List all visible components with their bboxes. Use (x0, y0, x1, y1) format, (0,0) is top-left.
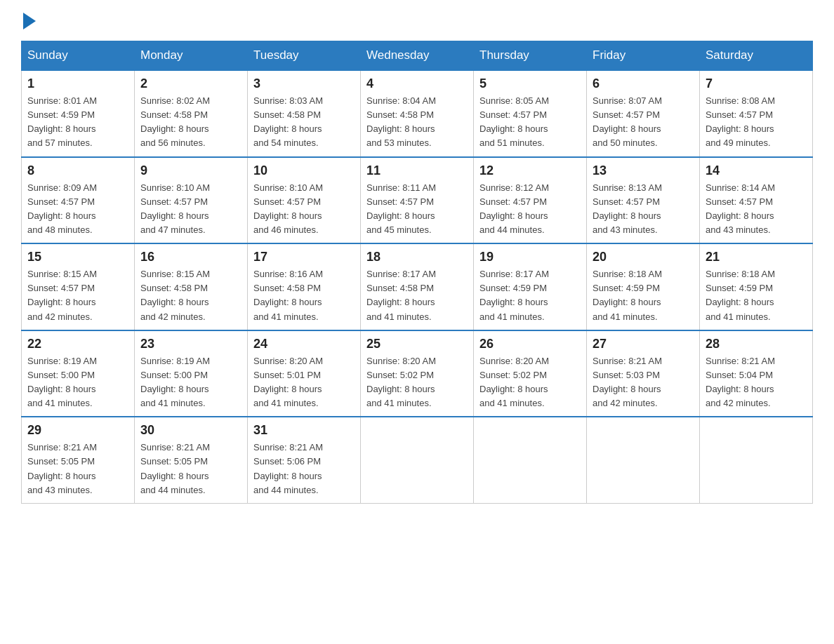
day-number: 3 (253, 76, 355, 91)
day-info: Sunrise: 8:10 AMSunset: 4:57 PMDaylight:… (140, 181, 241, 238)
calendar-cell: 13Sunrise: 8:13 AMSunset: 4:57 PMDayligh… (587, 157, 700, 244)
day-info: Sunrise: 8:13 AMSunset: 4:57 PMDaylight:… (593, 181, 694, 238)
day-info: Sunrise: 8:07 AMSunset: 4:57 PMDaylight:… (593, 94, 694, 151)
calendar-cell: 30Sunrise: 8:21 AMSunset: 5:05 PMDayligh… (135, 417, 248, 503)
day-number: 23 (140, 337, 241, 351)
week-row-5: 29Sunrise: 8:21 AMSunset: 5:05 PMDayligh… (22, 417, 813, 503)
day-info: Sunrise: 8:19 AMSunset: 5:00 PMDaylight:… (27, 354, 128, 411)
day-number: 22 (27, 337, 128, 351)
col-friday: Friday (587, 41, 700, 71)
calendar-cell: 18Sunrise: 8:17 AMSunset: 4:58 PMDayligh… (361, 243, 474, 330)
day-number: 16 (140, 250, 241, 264)
day-info: Sunrise: 8:21 AMSunset: 5:05 PMDaylight:… (27, 441, 128, 497)
day-info: Sunrise: 8:14 AMSunset: 4:57 PMDaylight:… (706, 181, 807, 238)
day-info: Sunrise: 8:12 AMSunset: 4:57 PMDaylight:… (479, 181, 581, 238)
col-wednesday: Wednesday (361, 41, 474, 71)
logo-arrow-icon (23, 13, 36, 29)
day-info: Sunrise: 8:21 AMSunset: 5:05 PMDaylight:… (140, 441, 241, 497)
calendar-cell: 14Sunrise: 8:14 AMSunset: 4:57 PMDayligh… (700, 157, 813, 244)
calendar-cell: 9Sunrise: 8:10 AMSunset: 4:57 PMDaylight… (135, 157, 248, 244)
day-number: 21 (706, 250, 807, 264)
day-info: Sunrise: 8:15 AMSunset: 4:57 PMDaylight:… (27, 267, 128, 324)
day-info: Sunrise: 8:17 AMSunset: 4:58 PMDaylight:… (366, 267, 468, 324)
day-number: 5 (479, 76, 581, 91)
col-monday: Monday (135, 41, 248, 71)
calendar-cell: 15Sunrise: 8:15 AMSunset: 4:57 PMDayligh… (22, 243, 135, 330)
day-number: 28 (706, 337, 807, 351)
calendar-cell: 29Sunrise: 8:21 AMSunset: 5:05 PMDayligh… (22, 417, 135, 503)
calendar-cell: 22Sunrise: 8:19 AMSunset: 5:00 PMDayligh… (22, 330, 135, 417)
day-info: Sunrise: 8:02 AMSunset: 4:58 PMDaylight:… (140, 94, 241, 151)
col-tuesday: Tuesday (248, 41, 361, 71)
calendar-cell: 31Sunrise: 8:21 AMSunset: 5:06 PMDayligh… (248, 417, 361, 503)
day-number: 14 (706, 163, 807, 178)
calendar-cell: 25Sunrise: 8:20 AMSunset: 5:02 PMDayligh… (361, 330, 474, 417)
day-number: 15 (27, 250, 128, 264)
page-header (21, 14, 813, 27)
day-info: Sunrise: 8:18 AMSunset: 4:59 PMDaylight:… (593, 267, 694, 324)
calendar-cell (361, 417, 474, 503)
calendar-cell: 16Sunrise: 8:15 AMSunset: 4:58 PMDayligh… (135, 243, 248, 330)
day-number: 2 (140, 76, 241, 91)
calendar-cell: 23Sunrise: 8:19 AMSunset: 5:00 PMDayligh… (135, 330, 248, 417)
day-number: 7 (706, 76, 807, 91)
day-number: 26 (479, 337, 581, 351)
calendar-cell: 19Sunrise: 8:17 AMSunset: 4:59 PMDayligh… (474, 243, 587, 330)
day-info: Sunrise: 8:19 AMSunset: 5:00 PMDaylight:… (140, 354, 241, 411)
calendar-cell: 7Sunrise: 8:08 AMSunset: 4:57 PMDaylight… (700, 70, 813, 157)
day-info: Sunrise: 8:20 AMSunset: 5:02 PMDaylight:… (479, 354, 581, 411)
calendar-cell: 4Sunrise: 8:04 AMSunset: 4:58 PMDaylight… (361, 70, 474, 157)
day-number: 19 (479, 250, 581, 264)
calendar-cell: 27Sunrise: 8:21 AMSunset: 5:03 PMDayligh… (587, 330, 700, 417)
logo (21, 14, 36, 27)
week-row-1: 1Sunrise: 8:01 AMSunset: 4:59 PMDaylight… (22, 70, 813, 157)
day-number: 18 (366, 250, 468, 264)
day-info: Sunrise: 8:04 AMSunset: 4:58 PMDaylight:… (366, 94, 468, 151)
day-number: 25 (366, 337, 468, 351)
day-number: 30 (140, 423, 241, 438)
calendar-cell (587, 417, 700, 503)
day-info: Sunrise: 8:08 AMSunset: 4:57 PMDaylight:… (706, 94, 807, 151)
calendar-cell: 11Sunrise: 8:11 AMSunset: 4:57 PMDayligh… (361, 157, 474, 244)
day-number: 10 (253, 163, 355, 178)
week-row-2: 8Sunrise: 8:09 AMSunset: 4:57 PMDaylight… (22, 157, 813, 244)
day-number: 20 (593, 250, 694, 264)
day-number: 8 (27, 163, 128, 178)
week-row-3: 15Sunrise: 8:15 AMSunset: 4:57 PMDayligh… (22, 243, 813, 330)
day-info: Sunrise: 8:21 AMSunset: 5:04 PMDaylight:… (706, 354, 807, 411)
day-number: 31 (253, 423, 355, 438)
day-number: 17 (253, 250, 355, 264)
calendar-cell: 26Sunrise: 8:20 AMSunset: 5:02 PMDayligh… (474, 330, 587, 417)
day-number: 27 (593, 337, 694, 351)
day-number: 13 (593, 163, 694, 178)
day-info: Sunrise: 8:17 AMSunset: 4:59 PMDaylight:… (479, 267, 581, 324)
day-number: 1 (27, 76, 128, 91)
calendar-cell: 3Sunrise: 8:03 AMSunset: 4:58 PMDaylight… (248, 70, 361, 157)
calendar-cell (700, 417, 813, 503)
col-saturday: Saturday (700, 41, 813, 71)
day-info: Sunrise: 8:01 AMSunset: 4:59 PMDaylight:… (27, 94, 128, 151)
day-number: 9 (140, 163, 241, 178)
day-info: Sunrise: 8:09 AMSunset: 4:57 PMDaylight:… (27, 181, 128, 238)
week-row-4: 22Sunrise: 8:19 AMSunset: 5:00 PMDayligh… (22, 330, 813, 417)
calendar-cell: 2Sunrise: 8:02 AMSunset: 4:58 PMDaylight… (135, 70, 248, 157)
day-info: Sunrise: 8:16 AMSunset: 4:58 PMDaylight:… (253, 267, 355, 324)
col-thursday: Thursday (474, 41, 587, 71)
col-sunday: Sunday (22, 41, 135, 71)
calendar-header-row: Sunday Monday Tuesday Wednesday Thursday… (22, 41, 813, 71)
day-info: Sunrise: 8:11 AMSunset: 4:57 PMDaylight:… (366, 181, 468, 238)
calendar-cell: 1Sunrise: 8:01 AMSunset: 4:59 PMDaylight… (22, 70, 135, 157)
day-number: 6 (593, 76, 694, 91)
day-number: 11 (366, 163, 468, 178)
day-info: Sunrise: 8:18 AMSunset: 4:59 PMDaylight:… (706, 267, 807, 324)
calendar-cell: 8Sunrise: 8:09 AMSunset: 4:57 PMDaylight… (22, 157, 135, 244)
day-number: 4 (366, 76, 468, 91)
day-info: Sunrise: 8:05 AMSunset: 4:57 PMDaylight:… (479, 94, 581, 151)
calendar-cell: 28Sunrise: 8:21 AMSunset: 5:04 PMDayligh… (700, 330, 813, 417)
day-info: Sunrise: 8:21 AMSunset: 5:03 PMDaylight:… (593, 354, 694, 411)
calendar-cell: 24Sunrise: 8:20 AMSunset: 5:01 PMDayligh… (248, 330, 361, 417)
day-number: 12 (479, 163, 581, 178)
calendar-cell (474, 417, 587, 503)
day-number: 29 (27, 423, 128, 438)
day-info: Sunrise: 8:20 AMSunset: 5:01 PMDaylight:… (253, 354, 355, 411)
